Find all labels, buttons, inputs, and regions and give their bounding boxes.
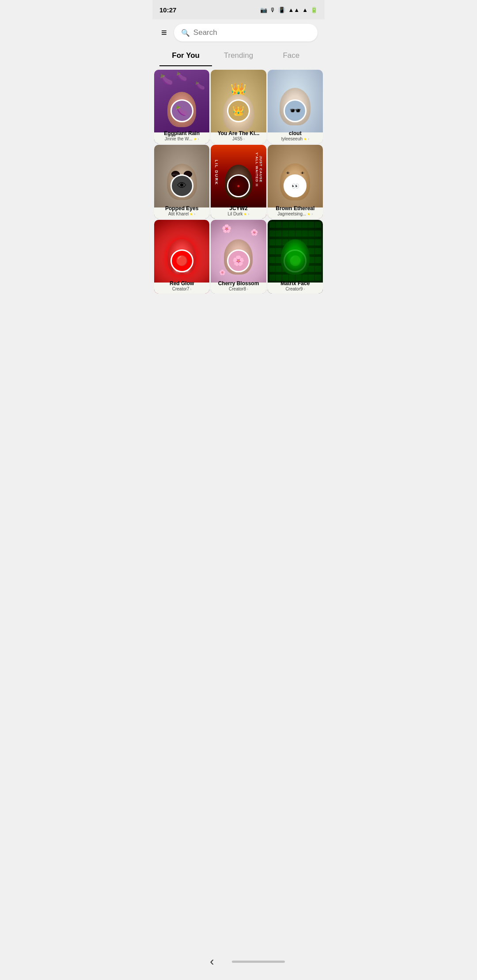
chevron-icon: › [311,212,313,216]
chevron-icon: › [194,212,195,216]
card-inner: 🔴 Red Glow Creator7 › [154,220,209,294]
item-info: Cherry Blossom Creator8 › [211,279,266,294]
card-inner: 🕶️ 🕶️ clout tyleeseeuh ★ › [268,70,323,143]
tab-face[interactable]: Face [265,46,318,66]
item-info: You Are The Ki... J4S5 › [211,129,266,143]
card-inner: 👑 👑 You Are The Ki... J4S5 › [211,70,266,143]
chevron-icon: › [308,137,309,141]
author-name: Lil Durk [228,211,243,216]
author-name: Creator9 [285,286,303,291]
filter-author: tyleeseeuh ★ › [269,136,321,141]
tab-bar: For You Trending Face [152,46,325,66]
filter-thumbnail: 🍆 [170,99,193,122]
filter-title: Popped Eyes [156,205,208,211]
nav-back-button[interactable]: ‹ [192,953,231,970]
filter-title: Red Glow [156,280,208,286]
author-name: tyleeseeuh [281,136,303,141]
card-inner: LIL DURK JUST CAUSEY'ALL WAITED II ● JCY… [211,145,266,219]
chevron-icon: › [247,287,248,291]
search-bar[interactable]: 🔍 [174,24,318,41]
filter-thumbnail: 🔴 [170,249,193,272]
menu-icon: ≡ [161,27,167,38]
filter-card-eggplant-rain[interactable]: 🍆 🍆 🍆 🍆 Eggplant Rain Jinnie the W... ★ … [154,70,209,143]
filter-thumbnail: 🕶️ [284,99,307,122]
vibrate-icon: 📳 [278,7,285,13]
filter-author: Creator8 › [212,286,264,291]
back-button[interactable]: ≡ [159,25,169,40]
filter-author: Jinnie the W... ★ › [156,136,208,141]
home-indicator [232,961,285,963]
chevron-icon: › [198,137,199,141]
header: ≡ 🔍 [152,19,325,46]
item-info: Red Glow Creator7 › [154,279,209,294]
verified-icon: ★ [307,212,310,216]
tab-for-you[interactable]: For You [159,46,212,66]
card-inner: stitches 👁 Popped Eyes Atit Kharel ★ › [154,145,209,219]
filter-thumbnail: 🌸 [227,249,250,272]
filter-thumbnail: 👀 [284,174,307,197]
status-bar: 10:27 📷 🎙 📳 ▲▲ ▲ 🔋 [152,0,325,19]
filter-card-clout[interactable]: 🕶️ 🕶️ clout tyleeseeuh ★ › [268,70,323,143]
item-info: Popped Eyes Atit Kharel ★ › [154,204,209,219]
wifi-icon: ▲ [302,7,308,13]
mic-icon: 🎙 [270,7,276,13]
status-icons: 📷 🎙 📳 ▲▲ ▲ 🔋 [260,7,318,13]
bottom-nav: ‹ [152,953,325,972]
filter-author: Jagmeetsing... ★ › [269,211,321,216]
battery-icon: 🔋 [310,7,318,13]
card-inner: 👁 👁 👀 Brown Ethereal Jagmeetsing... ★ › [268,145,323,219]
filter-title: clout [269,130,321,136]
filter-card-popped-eyes[interactable]: stitches 👁 Popped Eyes Atit Kharel ★ › [154,145,209,219]
chevron-icon: › [248,212,249,216]
filter-title: You Are The Ki... [212,130,264,136]
filter-grid-container: 🍆 🍆 🍆 🍆 Eggplant Rain Jinnie the W... ★ … [152,70,325,329]
card-inner: 🌸 🌸 🌸 🌸 Cherry Blossom Creator8 › [211,220,266,294]
search-input[interactable] [193,28,310,37]
notification-icon: 📷 [260,7,267,13]
card-inner: 🍆 🍆 🍆 🍆 Eggplant Rain Jinnie the W... ★ … [154,70,209,143]
filter-author: Atit Kharel ★ › [156,211,208,216]
author-name: Jinnie the W... [165,136,193,141]
author-name: Creator7 [172,286,189,291]
verified-icon: ★ [189,212,193,216]
chevron-icon: › [243,137,245,141]
filter-title: JCYW2 [212,205,264,211]
verified-icon: ★ [243,212,247,216]
filter-title: Eggplant Rain [156,130,208,136]
author-name: Atit Kharel [168,211,189,216]
author-name: Creator8 [229,286,246,291]
item-info: Matrix Face Creator9 › [268,279,323,294]
filter-thumbnail: 👑 [227,99,250,122]
verified-icon: ★ [303,137,307,141]
filter-title: Cherry Blossom [212,280,264,286]
filter-card-brown-ethereal[interactable]: 👁 👁 👀 Brown Ethereal Jagmeetsing... ★ › [268,145,323,219]
filter-title: Matrix Face [269,280,321,286]
item-info: Eggplant Rain Jinnie the W... ★ › [154,129,209,143]
item-info: Brown Ethereal Jagmeetsing... ★ › [268,204,323,219]
author-name: J4S5 [232,136,242,141]
verified-icon: ★ [193,137,197,141]
filter-author: Creator7 › [156,286,208,291]
item-info: JCYW2 Lil Durk ★ › [211,204,266,219]
card-inner: 🟢 Matrix Face Creator9 › [268,220,323,294]
signal-icon: ▲▲ [288,7,299,13]
filter-card-cherry-blossom[interactable]: 🌸 🌸 🌸 🌸 Cherry Blossom Creator8 › [211,220,266,294]
filter-thumbnail: ● [227,174,250,197]
chevron-icon: › [303,287,305,291]
status-time: 10:27 [159,6,176,14]
filter-author: Lil Durk ★ › [212,211,264,216]
filter-card-you-are-the-king[interactable]: 👑 👑 You Are The Ki... J4S5 › [211,70,266,143]
tab-trending[interactable]: Trending [212,46,265,66]
filter-card-red-glow[interactable]: 🔴 Red Glow Creator7 › [154,220,209,294]
chevron-icon: › [190,287,192,291]
filter-grid: 🍆 🍆 🍆 🍆 Eggplant Rain Jinnie the W... ★ … [152,70,325,294]
search-icon: 🔍 [181,29,190,37]
filter-author: J4S5 › [212,136,264,141]
filter-card-jcyw2[interactable]: LIL DURK JUST CAUSEY'ALL WAITED II ● JCY… [211,145,266,219]
filter-card-matrix-face[interactable]: 🟢 Matrix Face Creator9 › [268,220,323,294]
author-name: Jagmeetsing... [277,211,306,216]
item-info: clout tyleeseeuh ★ › [268,129,323,143]
filter-author: Creator9 › [269,286,321,291]
filter-title: Brown Ethereal [269,205,321,211]
filter-thumbnail: 👁 [170,174,193,197]
